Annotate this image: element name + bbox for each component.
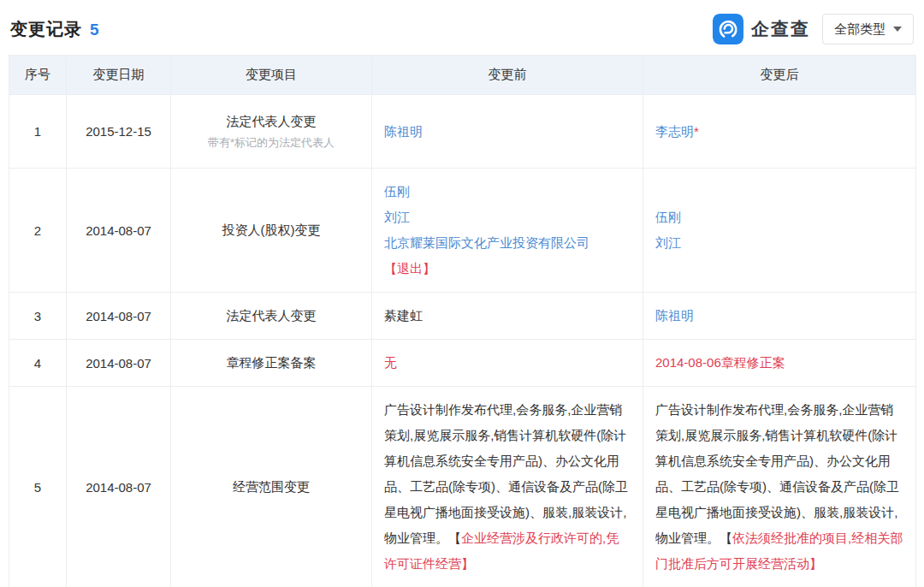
- cell-line: 伍刚: [655, 205, 903, 230]
- chevron-down-icon: [893, 27, 902, 32]
- plain-text: 广告设计制作发布代理,会务服务,企业营销策划,展览展示服务,销售计算机软硬件(除…: [655, 402, 899, 545]
- cell-before-change: 广告设计制作发布代理,会务服务,企业营销策划,展览展示服务,销售计算机软硬件(除…: [372, 387, 643, 587]
- entity-link[interactable]: 伍刚: [384, 184, 410, 199]
- column-header: 变更后: [643, 56, 916, 95]
- table-row: 42014-08-07章程修正案备案无2014-08-06章程修正案: [9, 340, 916, 387]
- red-text: 2014-08-06章程修正案: [655, 355, 785, 370]
- entity-link[interactable]: 陈祖明: [655, 308, 694, 323]
- cell-index: 5: [9, 387, 67, 587]
- cell-change-date: 2014-08-07: [67, 293, 171, 340]
- cell-after-change: 李志明*: [643, 95, 916, 169]
- column-header: 序号: [9, 56, 67, 95]
- cell-index: 2: [9, 169, 67, 293]
- cell-line: 2014-08-06章程修正案: [655, 350, 903, 376]
- change-item-note: 带有*标记的为法定代表人: [172, 135, 370, 151]
- cell-after-change: 2014-08-06章程修正案: [643, 340, 916, 387]
- change-item-name: 投资人(股权)变更: [172, 221, 370, 240]
- entity-link[interactable]: 伍刚: [655, 210, 681, 224]
- cell-change-date: 2014-08-07: [67, 169, 171, 293]
- table-row: 12015-12-15法定代表人变更带有*标记的为法定代表人陈祖明李志明*: [9, 95, 916, 169]
- record-count-badge: 5: [90, 21, 99, 39]
- red-text: 【退出】: [384, 261, 435, 276]
- topbar-right: 企查查 全部类型: [713, 14, 914, 44]
- entity-link[interactable]: 刘江: [655, 235, 681, 250]
- table-body: 12015-12-15法定代表人变更带有*标记的为法定代表人陈祖明李志明*220…: [9, 95, 916, 587]
- page-title: 变更记录 5: [10, 18, 99, 41]
- red-text: *: [694, 124, 699, 139]
- qichacha-logo-icon: [713, 14, 743, 44]
- cell-line: 綦建虹: [384, 303, 631, 329]
- cell-change-date: 2015-12-15: [67, 95, 171, 169]
- change-item-name: 经营范围变更: [172, 477, 370, 496]
- table-row: 52014-08-07经营范围变更广告设计制作发布代理,会务服务,企业营销策划,…: [9, 387, 916, 587]
- cell-after-change: 广告设计制作发布代理,会务服务,企业营销策划,展览展示服务,销售计算机软硬件(除…: [643, 387, 916, 587]
- qichacha-brand: 企查查: [713, 14, 810, 44]
- cell-before-change: 綦建虹: [372, 293, 643, 340]
- cell-line: 刘江: [655, 230, 903, 256]
- cell-line: 无: [384, 350, 631, 376]
- table-row: 22014-08-07投资人(股权)变更伍刚刘江北京耀莱国际文化产业投资有限公司…: [9, 169, 916, 293]
- change-item-name: 法定代表人变更: [172, 112, 370, 131]
- type-filter-dropdown[interactable]: 全部类型: [822, 14, 914, 44]
- plain-text: 【: [720, 531, 732, 545]
- cell-line: 北京耀莱国际文化产业投资有限公司: [384, 230, 631, 256]
- entity-link[interactable]: 北京耀莱国际文化产业投资有限公司: [384, 235, 589, 250]
- cell-line: 李志明*: [655, 119, 903, 145]
- change-records-table: 序号变更日期变更项目变更前变更后 12015-12-15法定代表人变更带有*标记…: [9, 55, 916, 587]
- change-item-name: 章程修正案备案: [172, 353, 370, 372]
- cell-change-item: 法定代表人变更带有*标记的为法定代表人: [171, 95, 372, 169]
- cell-change-item: 投资人(股权)变更: [171, 169, 372, 293]
- column-header: 变更项目: [171, 56, 372, 95]
- cell-line: 伍刚: [384, 179, 631, 205]
- cell-change-date: 2014-08-07: [67, 387, 171, 587]
- cell-line: 刘江: [384, 205, 631, 230]
- table-row: 32014-08-07法定代表人变更綦建虹陈祖明: [9, 293, 916, 340]
- plain-text: 广告设计制作发布代理,会务服务,企业营销策划,展览展示服务,销售计算机软硬件(除…: [384, 402, 628, 545]
- cell-line: 【退出】: [384, 256, 631, 282]
- red-text: 无: [384, 355, 397, 370]
- cell-line: 陈祖明: [384, 119, 631, 145]
- cell-change-date: 2014-08-07: [67, 340, 171, 387]
- cell-before-change: 陈祖明: [372, 95, 643, 169]
- plain-text: 【: [448, 531, 461, 545]
- change-item-name: 法定代表人变更: [172, 306, 370, 325]
- cell-index: 3: [9, 293, 67, 340]
- qichacha-brand-name: 企查查: [751, 17, 810, 41]
- page-title-text: 变更记录: [10, 18, 82, 41]
- cell-after-change: 伍刚刘江: [643, 169, 916, 293]
- cell-change-item: 法定代表人变更: [171, 293, 372, 340]
- cell-line: 广告设计制作发布代理,会务服务,企业营销策划,展览展示服务,销售计算机软硬件(除…: [655, 397, 903, 577]
- column-header: 变更日期: [67, 56, 171, 95]
- cell-before-change: 无: [372, 340, 643, 387]
- plain-text: 綦建虹: [384, 308, 423, 323]
- cell-index: 4: [9, 340, 67, 387]
- column-header: 变更前: [372, 56, 643, 95]
- cell-change-item: 章程修正案备案: [171, 340, 372, 387]
- change-records-page: 变更记录 5 企查查 全部类型: [0, 0, 924, 587]
- cell-line: 陈祖明: [655, 303, 903, 329]
- type-filter-label: 全部类型: [834, 21, 886, 38]
- cell-before-change: 伍刚刘江北京耀莱国际文化产业投资有限公司【退出】: [372, 169, 643, 293]
- cell-after-change: 陈祖明: [643, 293, 916, 340]
- cell-index: 1: [9, 95, 67, 169]
- table-header-row: 序号变更日期变更项目变更前变更后: [9, 56, 916, 95]
- entity-link[interactable]: 陈祖明: [384, 124, 423, 139]
- cell-line: 广告设计制作发布代理,会务服务,企业营销策划,展览展示服务,销售计算机软硬件(除…: [384, 397, 631, 577]
- entity-link[interactable]: 李志明: [655, 124, 694, 139]
- topbar: 变更记录 5 企查查 全部类型: [9, 7, 915, 51]
- entity-link[interactable]: 刘江: [384, 210, 410, 224]
- cell-change-item: 经营范围变更: [171, 387, 372, 587]
